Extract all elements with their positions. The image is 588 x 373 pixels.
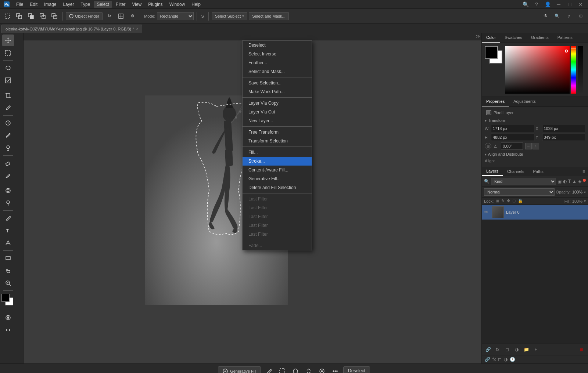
maximize-icon[interactable]: □: [565, 0, 574, 9]
search-icon[interactable]: 🔍: [552, 11, 562, 21]
help-btn[interactable]: ?: [564, 11, 574, 21]
opacity-dropdown[interactable]: ▾: [584, 190, 586, 194]
transform-selection-btn[interactable]: [304, 366, 314, 373]
flip-h-btn[interactable]: ↔: [525, 143, 532, 149]
menu-item-select-inverse[interactable]: Select Inverse: [243, 50, 312, 58]
menu-layer[interactable]: Layer: [60, 1, 77, 8]
filter-shape-icon[interactable]: ▲: [572, 179, 577, 184]
new-selection-btn[interactable]: [14, 11, 24, 21]
mode-select[interactable]: Rectangle: [157, 12, 194, 20]
menu-edit[interactable]: Edit: [27, 1, 40, 8]
menu-item-feather[interactable]: Feather...: [243, 58, 312, 67]
layer-visibility-toggle[interactable]: 👁: [484, 210, 490, 215]
arrange-btn[interactable]: ⊞: [576, 11, 586, 21]
menu-item-transform-selection[interactable]: Transform Selection: [243, 137, 312, 145]
menu-select[interactable]: Select: [94, 1, 112, 8]
y-input[interactable]: 349 px: [542, 134, 585, 141]
add-mask-btn[interactable]: ◻: [503, 345, 511, 354]
menu-item-layer-via-cut[interactable]: Layer Via Cut: [243, 108, 312, 116]
subtract-selection-btn[interactable]: [37, 11, 48, 21]
foreground-color-swatch[interactable]: [1, 294, 10, 302]
filter-type-icon[interactable]: T: [568, 179, 571, 184]
lock-brush-btn[interactable]: ✎: [501, 199, 505, 203]
menu-type[interactable]: Type: [78, 1, 93, 8]
deselect-btn[interactable]: Deselect: [343, 366, 370, 373]
align-section-title[interactable]: ▾ Align and Distribute: [485, 152, 585, 156]
select-subject-dropdown[interactable]: ▾: [242, 14, 244, 18]
menu-help[interactable]: Help: [189, 1, 204, 8]
paint-bucket-tool[interactable]: [2, 170, 14, 181]
layers-kind-select[interactable]: Kind: [491, 178, 556, 185]
select-mask-btn[interactable]: Select and Mask...: [249, 12, 289, 20]
select-subject-btn[interactable]: Select Subject ▾: [212, 12, 247, 20]
zoom-tool[interactable]: [2, 277, 14, 289]
filter-smart-icon[interactable]: ◈: [578, 179, 581, 184]
pen-tool[interactable]: [2, 212, 14, 224]
new-adjustment-btn[interactable]: ◑: [513, 345, 521, 354]
clone-stamp-tool[interactable]: [2, 142, 14, 154]
delete-layer-btn[interactable]: 🗑: [578, 345, 586, 354]
tab-swatches[interactable]: Swatches: [500, 33, 527, 43]
color-spectrum-slider[interactable]: [571, 46, 576, 94]
filter-pixel-icon[interactable]: ▣: [557, 179, 562, 184]
history-icon[interactable]: 🕐: [510, 357, 515, 362]
crop-selection-btn[interactable]: [290, 366, 301, 373]
opacity-slider[interactable]: [578, 46, 583, 94]
account-icon[interactable]: 👤: [543, 0, 552, 9]
lasso-selection-btn[interactable]: [277, 366, 287, 373]
color-gradient-picker[interactable]: [505, 46, 570, 94]
intersect-btn[interactable]: [49, 11, 60, 21]
generative-fill-btn[interactable]: Generative Fill: [218, 366, 261, 373]
blur-tool[interactable]: [2, 185, 14, 196]
cloud-sync-icon[interactable]: 🔗: [485, 357, 490, 362]
chain-link-btn[interactable]: ⊞: [485, 143, 491, 149]
menu-item-make-work-path[interactable]: Make Work Path...: [243, 87, 312, 96]
marquee-tool-btn[interactable]: [2, 11, 12, 21]
healing-brush-tool[interactable]: [2, 117, 14, 129]
tab-gradients[interactable]: Gradients: [527, 33, 553, 43]
minimize-icon[interactable]: ─: [554, 0, 563, 9]
blend-mode-select[interactable]: Normal: [484, 188, 555, 196]
menu-item-generative-fill[interactable]: Generative Fill...: [243, 174, 312, 183]
lock-artboard-btn[interactable]: ⊟: [512, 199, 516, 203]
close-icon[interactable]: ✕: [576, 0, 585, 9]
tab-close-btn[interactable]: ×: [136, 27, 138, 31]
menu-window[interactable]: Window: [166, 1, 188, 8]
tab-channels[interactable]: Channels: [503, 167, 528, 175]
fill-dropdown[interactable]: ▾: [584, 199, 586, 203]
more-options-btn[interactable]: •••: [330, 366, 340, 373]
help-icon[interactable]: ?: [532, 0, 541, 9]
tab-layers[interactable]: Layers: [482, 167, 503, 176]
dodge-burn-tool[interactable]: [2, 197, 14, 209]
quick-mask-btn[interactable]: [2, 312, 14, 323]
eyedropper-tool[interactable]: [2, 102, 14, 114]
rectangular-marquee-tool[interactable]: [2, 47, 14, 59]
rectangle-shape-tool[interactable]: [2, 252, 14, 264]
move-tool[interactable]: [2, 35, 14, 46]
layers-panel-menu[interactable]: ≡: [580, 167, 588, 175]
fg-swatch[interactable]: [485, 46, 498, 59]
menu-plugins[interactable]: Plugins: [145, 1, 165, 8]
layer-item-0[interactable]: 👁 Layer 0: [482, 205, 588, 220]
fx-icon[interactable]: fx: [492, 357, 496, 362]
crop-tool[interactable]: [2, 90, 14, 101]
lock-checkerboard-btn[interactable]: ⊞: [496, 199, 499, 203]
menu-item-layer-via-copy[interactable]: Layer Via Copy: [243, 99, 312, 108]
brush-tool[interactable]: [2, 130, 14, 141]
height-input[interactable]: 4882 px: [491, 134, 534, 141]
lock-move-btn[interactable]: ✥: [507, 199, 510, 203]
curves-icon[interactable]: ◑: [504, 357, 508, 362]
x-input[interactable]: 1028 px: [542, 125, 585, 132]
path-select-tool[interactable]: [2, 237, 14, 249]
tab-color[interactable]: Color: [482, 33, 500, 43]
menu-item-save-selection[interactable]: Save Selection...: [243, 79, 312, 87]
menu-item-new-layer[interactable]: New Layer...: [243, 116, 312, 125]
flip-v-btn[interactable]: ↕: [533, 143, 539, 149]
search-icon[interactable]: 🔍: [521, 0, 530, 9]
new-layer-btn[interactable]: +: [532, 345, 540, 354]
lock-all-btn[interactable]: 🔒: [518, 199, 523, 203]
eraser-tool[interactable]: [2, 157, 14, 169]
mask-icon[interactable]: ◻: [498, 357, 502, 362]
workspace-btn[interactable]: ⚗: [540, 11, 551, 21]
paint-btn[interactable]: [264, 366, 274, 373]
